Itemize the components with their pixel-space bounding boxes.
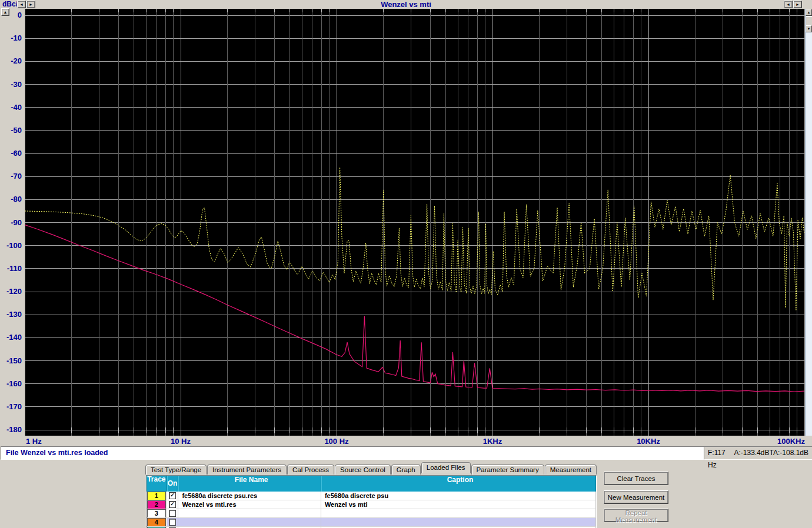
table-row[interactable]: 3: [147, 509, 596, 518]
tab-parameter-summary[interactable]: Parameter Summary: [471, 464, 544, 474]
x-tick-label: 10KHz: [637, 437, 660, 446]
unchecked-checkbox[interactable]: [169, 510, 176, 517]
file-name-cell[interactable]: [178, 509, 321, 518]
clear-traces-button[interactable]: Clear Traces: [604, 472, 668, 485]
table-header-row: TraceOnFile NameCaption: [147, 476, 596, 492]
file-name-cell[interactable]: Wenzel vs mti.res: [178, 500, 321, 509]
y-tick-label: 0: [18, 11, 22, 19]
trace-color-swatch: 2: [147, 500, 166, 509]
y-tick-label: -110: [7, 264, 22, 273]
caption-cell[interactable]: [321, 518, 596, 527]
tab-instrument-parameters[interactable]: Instrument Parameters: [207, 464, 287, 474]
column-header-file-name: File Name: [178, 476, 321, 492]
trace-color-swatch: 3: [147, 509, 166, 518]
phase-noise-chart: 0-10-20-30-40-50-60-70-80-90-100-110-120…: [0, 0, 812, 446]
tab-measurement[interactable]: Measurement: [545, 464, 597, 474]
y-tick-label: -100: [6, 241, 22, 250]
trace-color-swatch: 4: [147, 518, 166, 527]
phase-noise-app-window: 0-10-20-30-40-50-60-70-80-90-100-110-120…: [0, 0, 812, 528]
down-arrow-icon[interactable]: ▼: [806, 25, 812, 32]
caption-cell[interactable]: Wenzel vs mti: [321, 500, 596, 509]
tab-cal-process[interactable]: Cal Process: [287, 464, 334, 474]
file-name-cell[interactable]: fe5680a discrete psu.res: [178, 492, 321, 500]
repeat-measurement-button: Repeat Measurement: [604, 509, 668, 522]
up-arrow-icon[interactable]: ▲: [1, 8, 9, 16]
trace-number-cell: 2: [147, 500, 167, 509]
unchecked-checkbox[interactable]: [169, 519, 176, 526]
y-tick-label: -50: [11, 126, 22, 135]
marker-status-panel: F:117 Hz A:-133.4dB TA:-108.1dB: [704, 446, 812, 460]
chart-title-bar: dBc/Hz ◄ ► Wenzel vs mti ◄ ►: [0, 0, 812, 9]
page-title: Wenzel vs mti: [0, 0, 812, 9]
y-tick-label: -20: [11, 56, 22, 65]
x-tick-label: 10 Hz: [171, 437, 191, 446]
y-tick-label: -130: [6, 310, 22, 319]
settings-tab-strip: Test Type/RangeInstrument ParametersCal …: [145, 462, 597, 475]
table-row[interactable]: 2✓Wenzel vs mti.resWenzel vs mti: [147, 500, 596, 509]
column-header-trace: Trace: [147, 476, 167, 492]
caption-cell[interactable]: fe5680a discrete psu: [321, 492, 596, 500]
trace-number-cell: 1: [147, 492, 167, 500]
y-tick-label: -170: [6, 402, 22, 411]
y-tick-label: -160: [6, 379, 22, 388]
new-measurement-button[interactable]: New Measurement: [604, 490, 668, 504]
y-tick-label: -30: [11, 80, 22, 89]
y-tick-label: -60: [11, 149, 22, 158]
x-tick-label: 100KHz: [777, 437, 805, 446]
trace-number-cell: 3: [147, 509, 167, 518]
marker-amplitude: A:-133.4dB: [734, 447, 769, 459]
y-tick-label: -10: [11, 34, 22, 42]
file-name-cell[interactable]: [178, 518, 321, 527]
right-arrow-icon[interactable]: ►: [793, 1, 802, 8]
y-tick-label: -120: [6, 287, 22, 296]
scrollbar-thumb[interactable]: [806, 16, 812, 26]
chart-vertical-scrollbar[interactable]: ▲ ▼: [805, 9, 812, 436]
y-tick-label: -180: [6, 425, 22, 434]
tab-test-type-range[interactable]: Test Type/Range: [145, 464, 207, 474]
tab-loaded-files[interactable]: Loaded Files: [421, 462, 471, 473]
x-tick-label: 1KHz: [483, 437, 502, 446]
caption-cell[interactable]: [321, 509, 596, 518]
y-tick-label: -140: [6, 333, 22, 342]
marker-total-amplitude: TA:-108.1dB: [770, 447, 808, 459]
trace-color-swatch: 1: [147, 492, 166, 500]
trace-on-cell: ✓: [167, 500, 179, 509]
marker-frequency: F:117 Hz: [708, 447, 734, 459]
trace-on-cell: [167, 518, 179, 527]
up-arrow-icon[interactable]: ▲: [806, 9, 812, 16]
y-tick-label: -90: [11, 218, 22, 227]
loaded-files-table: TraceOnFile NameCaption1✓fe5680a discret…: [146, 475, 597, 528]
file-status-bar: File Wenzel vs mti.res loaded: [1, 446, 708, 460]
y-tick-label: -70: [11, 172, 22, 181]
checked-checkbox[interactable]: ✓: [169, 501, 176, 508]
y-tick-label: -80: [11, 195, 22, 203]
table-row[interactable]: 4: [147, 518, 596, 527]
y-tick-label: -150: [6, 356, 22, 365]
checked-checkbox[interactable]: ✓: [169, 492, 176, 499]
column-header-on: On: [167, 476, 179, 492]
x-tick-label: 1 Hz: [26, 437, 42, 446]
trace-on-cell: ✓: [167, 492, 179, 500]
trace-number-cell: 4: [147, 518, 167, 527]
tab-source-control[interactable]: Source Control: [335, 464, 391, 474]
trace-on-cell: [167, 509, 179, 518]
left-arrow-icon[interactable]: ◄: [784, 1, 793, 8]
tab-graph[interactable]: Graph: [391, 464, 421, 474]
column-header-caption: Caption: [321, 476, 596, 492]
table-row[interactable]: 1✓fe5680a discrete psu.resfe5680a discre…: [147, 492, 596, 500]
y-tick-label: -40: [11, 103, 22, 112]
x-tick-label: 100 Hz: [324, 437, 349, 446]
